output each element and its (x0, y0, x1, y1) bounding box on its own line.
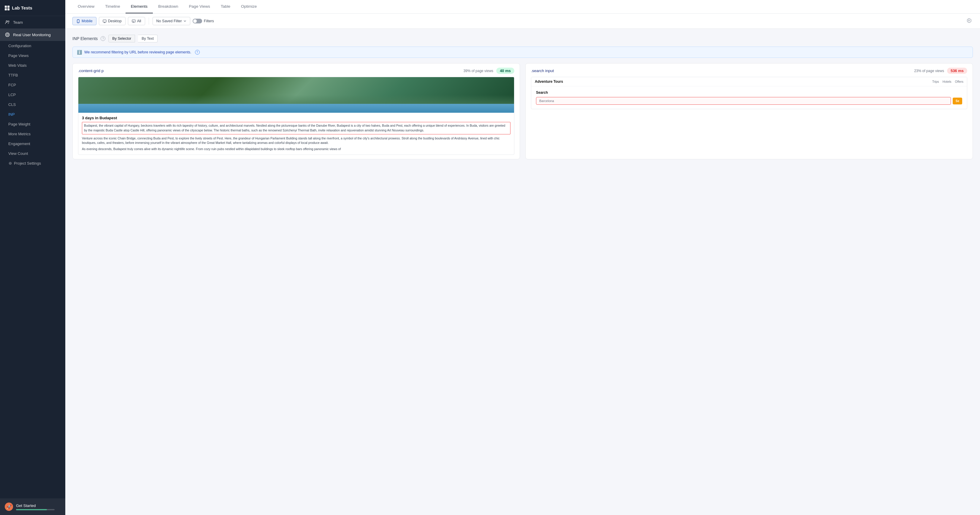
team-icon (5, 19, 10, 25)
card2-page-views: 23% of page views (914, 69, 944, 73)
search-input-row: Barcelona Se (536, 97, 962, 105)
search-brand: Adventure Tours (535, 79, 563, 84)
webpage-text-1: Venture across the iconic Chain Bridge, … (82, 136, 511, 146)
card2-badge: 536 ms (947, 68, 967, 74)
by-text-button[interactable]: By Text (138, 35, 158, 43)
rum-icon (5, 32, 10, 37)
search-preview-label: Search (536, 91, 962, 95)
rocket-icon: 🚀 (5, 502, 13, 511)
webpage-text-2: As evening descends, Budapest truly come… (82, 147, 511, 152)
search-preview-header: Adventure Tours Trips Hotels Offers (531, 77, 967, 86)
mobile-button[interactable]: Mobile (72, 17, 97, 25)
card1-page-views: 39% of page views (463, 69, 493, 73)
filters-toggle[interactable]: Filters (192, 19, 214, 24)
card2-preview: Adventure Tours Trips Hotels Offers Sear… (526, 77, 972, 113)
card1-preview: 3 days in Budapest Budapest, the vibrant… (73, 77, 520, 159)
webpage-body: 3 days in Budapest Budapest, the vibrant… (78, 113, 514, 154)
search-nav-trips: Trips (932, 80, 939, 83)
help-icon[interactable]: ? (100, 36, 105, 41)
toolbar-separator (149, 17, 149, 25)
sidebar-item-rum[interactable]: Real User Monitoring (0, 29, 65, 41)
content-area: INP Elements ? By Selector By Text ℹ️ We… (65, 29, 980, 515)
toolbar: Mobile Desktop All No Saved Filter Filte… (65, 14, 980, 29)
sidebar: Lab Tests Team Real User Monitoring Conf… (0, 0, 65, 515)
get-started-label: Get Started (16, 504, 55, 508)
sidebar-logo[interactable]: Lab Tests (0, 0, 65, 16)
sidebar-item-page-weight[interactable]: Page Weight (0, 119, 65, 129)
svg-point-3 (6, 34, 8, 36)
grid-icon (5, 6, 10, 10)
webpage-image (78, 77, 514, 113)
tab-optimize[interactable]: Optimize (235, 0, 262, 13)
svg-point-0 (6, 21, 8, 22)
sidebar-item-rum-label: Real User Monitoring (13, 33, 51, 37)
sidebar-item-ttfb[interactable]: TTFB (0, 70, 65, 80)
sidebar-item-team[interactable]: Team (0, 16, 65, 29)
inp-header: INP Elements ? By Selector By Text (72, 35, 973, 43)
card2-selector: .search input (531, 68, 554, 73)
svg-point-9 (969, 20, 970, 21)
tab-overview[interactable]: Overview (72, 0, 100, 13)
search-preview-body: Search Barcelona Se (531, 86, 967, 109)
cards-grid: .content-grid p 39% of page views 40 ms … (72, 63, 973, 159)
sidebar-item-more-metrics[interactable]: More Metrics (0, 129, 65, 139)
card2-meta: 23% of page views 536 ms (914, 68, 967, 74)
svg-point-1 (8, 21, 9, 22)
desktop-icon (103, 19, 107, 23)
main-content: Overview Timeline Elements Breakdown Pag… (65, 0, 980, 515)
desktop-button[interactable]: Desktop (99, 17, 126, 25)
search-nav: Trips Hotels Offers (932, 80, 963, 83)
sidebar-logo-text: Lab Tests (12, 5, 32, 10)
webpage-title: 3 days in Budapest (82, 116, 511, 120)
settings-icon (966, 18, 972, 23)
info-help-icon[interactable]: ? (195, 50, 200, 55)
card1-badge: 40 ms (496, 68, 514, 74)
sidebar-item-page-views[interactable]: Page Views (0, 51, 65, 60)
sidebar-item-web-vitals[interactable]: Web Vitals (0, 60, 65, 70)
card1-selector: .content-grid p (78, 68, 103, 73)
card2-header: .search input 23% of page views 536 ms (526, 64, 972, 77)
webpage-highlight: Budapest, the vibrant capital of Hungary… (82, 122, 511, 134)
card-search-input: .search input 23% of page views 536 ms A… (525, 63, 973, 159)
saved-filter-button[interactable]: No Saved Filter (153, 17, 190, 25)
tab-breakdown[interactable]: Breakdown (153, 0, 184, 13)
sidebar-item-cls[interactable]: CLS (0, 100, 65, 110)
search-btn-preview: Se (953, 98, 962, 105)
search-webpage-preview: Adventure Tours Trips Hotels Offers Sear… (531, 77, 967, 109)
settings-icon-button[interactable] (965, 17, 973, 25)
info-message: We recommend filtering by URL before rev… (84, 50, 191, 54)
svg-point-2 (6, 33, 10, 37)
card1-meta: 39% of page views 40 ms (463, 68, 514, 74)
progress-bar-fill (16, 509, 47, 510)
info-banner: ℹ️ We recommend filtering by URL before … (72, 46, 973, 58)
tab-timeline[interactable]: Timeline (100, 0, 126, 13)
search-nav-offers: Offers (955, 80, 963, 83)
all-button[interactable]: All (128, 17, 145, 25)
progress-bar-wrap (16, 509, 55, 510)
svg-rect-6 (103, 20, 106, 22)
inp-title: INP Elements (72, 36, 98, 41)
chevron-down-icon (183, 19, 186, 22)
sidebar-item-project-settings[interactable]: Project Settings (0, 158, 65, 168)
sidebar-item-view-count[interactable]: View Count (0, 149, 65, 158)
card-content-grid: .content-grid p 39% of page views 40 ms … (72, 63, 520, 159)
tab-table[interactable]: Table (215, 0, 235, 13)
search-input-preview: Barcelona (536, 97, 951, 105)
filter-toggle-switch[interactable] (192, 19, 202, 24)
sidebar-item-fcp[interactable]: FCP (0, 80, 65, 90)
info-icon: ℹ️ (77, 50, 82, 55)
tab-elements[interactable]: Elements (126, 0, 153, 13)
sidebar-item-engagement[interactable]: Engagement (0, 139, 65, 149)
tab-page-views[interactable]: Page Views (184, 0, 215, 13)
sidebar-item-lcp[interactable]: LCP (0, 90, 65, 100)
top-nav: Overview Timeline Elements Breakdown Pag… (65, 0, 980, 14)
all-icon (132, 19, 136, 23)
webpage-preview: 3 days in Budapest Budapest, the vibrant… (78, 77, 514, 155)
mobile-icon (76, 19, 80, 23)
get-started-button[interactable]: 🚀 Get Started (0, 498, 65, 515)
sidebar-item-configuration[interactable]: Configuration (0, 41, 65, 51)
by-selector-button[interactable]: By Selector (108, 35, 135, 43)
sidebar-item-team-label: Team (13, 20, 23, 25)
sidebar-item-inp[interactable]: INP (0, 110, 65, 119)
card1-header: .content-grid p 39% of page views 40 ms (73, 64, 520, 77)
